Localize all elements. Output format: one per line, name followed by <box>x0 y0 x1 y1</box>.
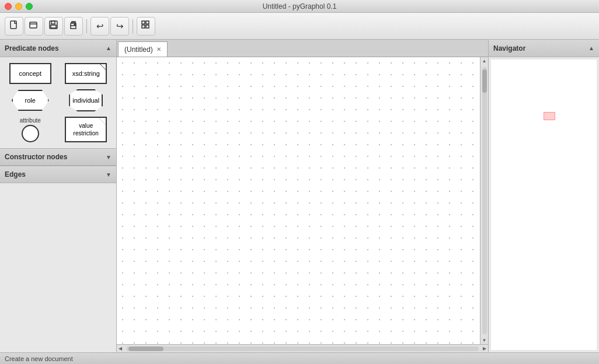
individual-label: individual <box>72 97 99 104</box>
svg-rect-6 <box>71 26 76 29</box>
predicate-nodes-chevron: ▲ <box>106 45 112 51</box>
print-button[interactable] <box>64 17 83 36</box>
vertical-scrollbar[interactable]: ▲ ▼ <box>480 57 488 344</box>
canvas-area: (Untitled) ✕ ▲ ▼ <box>117 40 488 352</box>
grid-icon <box>141 20 151 32</box>
role-label: role <box>25 97 36 104</box>
status-text: Create a new document <box>5 355 73 362</box>
main-area: Predicate nodes ▲ concept xsd:string <box>0 40 599 352</box>
h-scrollbar-thumb[interactable] <box>128 346 163 351</box>
navigator-content <box>491 60 597 350</box>
constructor-nodes-chevron: ▼ <box>106 154 112 160</box>
canvas-scroll-area: ▲ ▼ <box>117 57 488 344</box>
tab-bar: (Untitled) ✕ <box>117 40 488 57</box>
window-icon <box>29 20 39 32</box>
svg-rect-9 <box>142 21 145 24</box>
title-bar: Untitled - pyGraphol 0.1 <box>0 0 599 13</box>
svg-rect-5 <box>51 25 56 28</box>
canvas-background <box>117 57 480 344</box>
tab-untitled[interactable]: (Untitled) ✕ <box>118 41 168 57</box>
toolbar-separator-1 <box>86 19 87 33</box>
svg-rect-4 <box>51 21 55 24</box>
status-bar: Create a new document <box>0 352 599 364</box>
predicate-nodes-header[interactable]: Predicate nodes ▲ <box>0 40 116 57</box>
svg-rect-10 <box>146 21 149 24</box>
undo-icon: ↩ <box>96 21 104 32</box>
value-restriction-node[interactable]: valuerestriction <box>61 117 112 142</box>
concept-label: concept <box>19 70 41 77</box>
predicate-nodes-title: Predicate nodes <box>5 44 59 52</box>
window-title: Untitled - pyGraphol 0.1 <box>263 2 337 10</box>
v-scrollbar-thumb[interactable] <box>482 69 487 93</box>
undo-button[interactable]: ↩ <box>90 17 109 36</box>
navigator-title: Navigator <box>493 44 525 52</box>
horizontal-scrollbar[interactable]: ◀ ▶ <box>117 344 488 352</box>
scroll-up-arrow[interactable]: ▲ <box>480 57 488 65</box>
svg-rect-11 <box>142 25 145 28</box>
scroll-down-arrow[interactable]: ▼ <box>480 337 488 344</box>
individual-shape-wrapper: individual <box>67 89 105 112</box>
center-right-area: (Untitled) ✕ ▲ ▼ <box>117 40 599 352</box>
save-icon <box>49 20 58 32</box>
xsd-string-label: xsd:string <box>72 70 100 77</box>
toolbar-separator-2 <box>133 19 133 33</box>
attribute-shape-wrapper: attribute <box>20 117 41 142</box>
v-scrollbar-track[interactable] <box>482 67 487 334</box>
svg-rect-12 <box>146 25 149 28</box>
edges-header[interactable]: Edges ▼ <box>0 166 116 183</box>
predicate-nodes-content: concept xsd:string role <box>0 57 116 148</box>
save-button[interactable] <box>44 17 63 36</box>
xsd-string-node[interactable]: xsd:string <box>61 63 112 84</box>
edges-title: Edges <box>5 170 26 178</box>
maximize-button[interactable] <box>26 3 33 10</box>
canvas[interactable] <box>117 57 480 344</box>
concept-node[interactable]: concept <box>5 63 56 84</box>
constructor-nodes-title: Constructor nodes <box>5 153 67 161</box>
edges-chevron: ▼ <box>106 172 112 178</box>
predicate-nodes-grid: concept xsd:string role <box>5 63 112 142</box>
h-scrollbar-track[interactable] <box>126 346 479 351</box>
xsd-string-shape: xsd:string <box>65 63 107 84</box>
value-restriction-shape: valuerestriction <box>65 117 107 142</box>
role-node[interactable]: role <box>5 89 56 112</box>
navigator-viewport-indicator <box>544 112 555 120</box>
new-document-icon <box>9 20 19 32</box>
window-controls <box>5 3 33 10</box>
navigator-header[interactable]: Navigator ▲ <box>489 40 599 57</box>
constructor-nodes-header[interactable]: Constructor nodes ▼ <box>0 148 116 166</box>
scroll-left-arrow[interactable]: ◀ <box>117 345 124 352</box>
attribute-label: attribute <box>20 117 41 124</box>
new-document-button[interactable] <box>5 17 23 36</box>
attribute-node[interactable]: attribute <box>5 117 56 142</box>
tab-title: (Untitled) <box>124 46 153 54</box>
minimize-button[interactable] <box>15 3 22 10</box>
window-button[interactable] <box>25 17 43 36</box>
close-button[interactable] <box>5 3 12 10</box>
svg-rect-1 <box>30 22 37 28</box>
print-icon <box>69 20 78 32</box>
tab-close-icon[interactable]: ✕ <box>156 47 161 52</box>
role-shape: role <box>12 90 49 111</box>
scroll-right-arrow[interactable]: ▶ <box>481 345 488 352</box>
concept-shape: concept <box>9 63 51 84</box>
attribute-shape <box>22 125 39 142</box>
redo-button[interactable]: ↪ <box>110 17 129 36</box>
redo-icon: ↪ <box>116 21 124 32</box>
value-restriction-label: valuerestriction <box>74 122 99 137</box>
left-panel: Predicate nodes ▲ concept xsd:string <box>0 40 117 352</box>
svg-point-8 <box>74 24 75 25</box>
navigator-collapse-icon[interactable]: ▲ <box>588 45 594 51</box>
navigator-panel: Navigator ▲ <box>488 40 599 352</box>
toolbar: ↩ ↪ <box>0 13 599 40</box>
grid-button[interactable] <box>137 17 155 36</box>
individual-node[interactable]: individual <box>61 89 112 112</box>
svg-rect-0 <box>11 21 16 29</box>
individual-shape: individual <box>69 89 103 111</box>
